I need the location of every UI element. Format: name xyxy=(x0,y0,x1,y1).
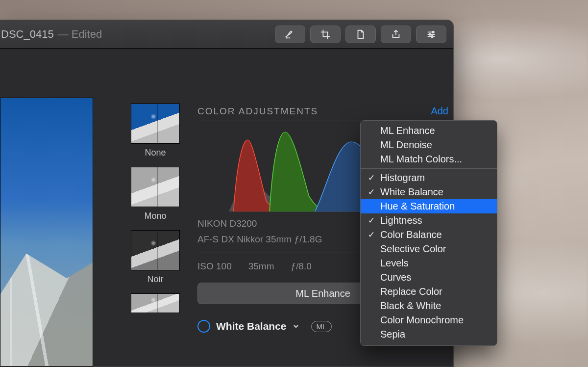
edited-status: — Edited xyxy=(58,28,102,41)
exif-focal: 35mm xyxy=(248,261,274,272)
filter-label: Mono xyxy=(131,211,180,221)
markup-button[interactable] xyxy=(275,26,305,43)
svg-point-0 xyxy=(286,37,287,38)
menu-item-label: Lightness xyxy=(380,215,422,226)
check-icon: ✓ xyxy=(367,230,376,240)
section-header: COLOR ADJUSTMENTS Add xyxy=(197,105,448,117)
menu-item-label: White Balance xyxy=(380,186,443,198)
adjust-button[interactable] xyxy=(416,26,446,43)
section-title: COLOR ADJUSTMENTS xyxy=(197,106,318,117)
menu-item-label: Histogram xyxy=(380,172,425,184)
share-icon xyxy=(391,29,401,40)
menu-item-label: Hue & Saturation xyxy=(380,201,455,212)
menu-item-label: Sepia xyxy=(380,329,405,340)
markup-icon xyxy=(285,29,295,40)
check-icon: ✓ xyxy=(367,173,376,183)
svg-point-2 xyxy=(289,37,290,38)
ml-enhance-label: ML Enhance xyxy=(295,288,350,299)
menu-item-replace-color[interactable]: ✓Replace Color xyxy=(361,285,497,299)
menu-item-white-balance[interactable]: ✓White Balance xyxy=(361,185,497,199)
main-photo[interactable] xyxy=(0,98,93,367)
filter-label: Noir xyxy=(131,274,180,285)
add-adjustment-menu: ✓ML Enhance ✓ML Denoise ✓ML Match Colors… xyxy=(360,120,497,346)
menu-item-levels[interactable]: ✓Levels xyxy=(361,256,497,270)
crop-icon xyxy=(320,29,331,40)
svg-point-4 xyxy=(429,33,431,35)
menu-item-label: Black & White xyxy=(380,300,441,312)
page-icon xyxy=(355,29,366,40)
rotate-button[interactable] xyxy=(345,26,376,43)
filter-item-none[interactable]: None xyxy=(131,104,180,158)
share-button[interactable] xyxy=(381,26,411,43)
menu-item-ml-match-colors[interactable]: ✓ML Match Colors... xyxy=(361,152,497,166)
toggle-circle-icon[interactable] xyxy=(197,320,210,333)
filters-column: None Mono Noir xyxy=(124,49,187,367)
menu-item-histogram[interactable]: ✓Histogram xyxy=(361,171,497,185)
white-balance-label: White Balance xyxy=(216,320,287,332)
filter-thumb xyxy=(131,293,180,313)
sliders-icon xyxy=(426,29,437,40)
menu-item-label: Levels xyxy=(380,258,409,269)
menu-item-selective-color[interactable]: ✓Selective Color xyxy=(361,242,497,256)
filter-item-mono[interactable]: Mono xyxy=(131,167,180,221)
check-icon: ✓ xyxy=(367,187,376,197)
title-text: DSC_0415 — Edited xyxy=(0,28,102,41)
photo-column xyxy=(0,49,124,367)
svg-point-5 xyxy=(431,35,433,37)
filter-item-next[interactable] xyxy=(131,293,180,313)
menu-item-lightness[interactable]: ✓Lightness xyxy=(361,213,497,228)
menu-item-sepia[interactable]: ✓Sepia xyxy=(361,327,497,341)
menu-item-color-balance[interactable]: ✓Color Balance xyxy=(361,228,497,242)
filename: DSC_0415 xyxy=(1,28,54,41)
exif-iso: ISO 100 xyxy=(197,261,232,272)
filter-thumb xyxy=(131,167,180,207)
menu-item-ml-enhance[interactable]: ✓ML Enhance xyxy=(361,124,497,138)
add-button[interactable]: Add xyxy=(431,105,448,117)
menu-item-label: Color Balance xyxy=(380,229,442,240)
menu-item-hue-saturation[interactable]: ✓Hue & Saturation xyxy=(361,199,497,213)
svg-point-3 xyxy=(432,31,434,33)
exif-aperture: ƒ/8.0 xyxy=(291,261,312,272)
menu-item-label: Curves xyxy=(380,272,411,283)
ml-pill[interactable]: ML xyxy=(311,321,332,332)
menu-item-label: Replace Color xyxy=(380,286,442,297)
menu-item-color-monochrome[interactable]: ✓Color Monochrome xyxy=(361,313,497,327)
filter-label: None xyxy=(131,148,180,158)
menu-item-label: Color Monochrome xyxy=(380,315,464,326)
titlebar: DSC_0415 — Edited xyxy=(0,20,453,49)
menu-item-curves[interactable]: ✓Curves xyxy=(361,270,497,285)
menu-item-ml-denoise[interactable]: ✓ML Denoise xyxy=(361,138,497,152)
chevron-down-icon xyxy=(293,323,299,330)
toolbar xyxy=(275,26,446,43)
menu-item-label: Selective Color xyxy=(380,243,446,255)
svg-point-1 xyxy=(288,37,288,38)
menu-separator xyxy=(361,168,497,169)
filter-thumb xyxy=(131,104,180,144)
menu-item-black-white[interactable]: ✓Black & White xyxy=(361,299,497,313)
filter-thumb xyxy=(131,230,180,270)
check-icon: ✓ xyxy=(367,215,376,226)
crop-button[interactable] xyxy=(310,26,341,43)
filter-item-noir[interactable]: Noir xyxy=(131,230,180,285)
